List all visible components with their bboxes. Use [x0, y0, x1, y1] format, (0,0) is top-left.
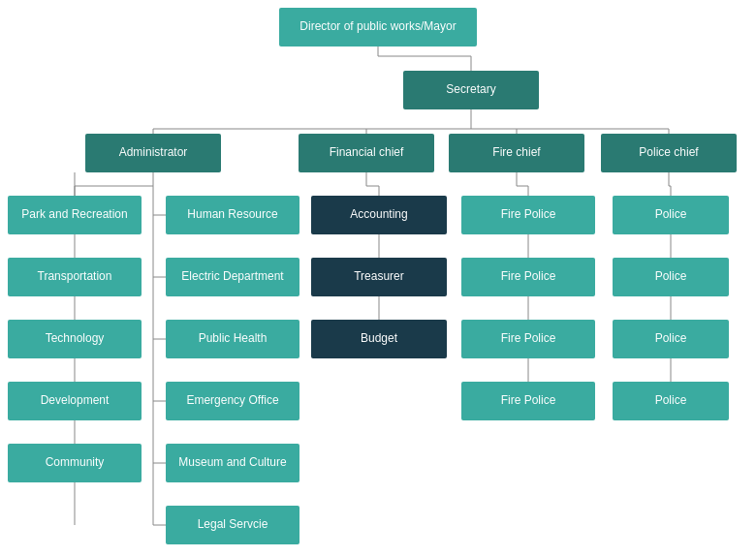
- police3-node: Police: [613, 320, 729, 358]
- electric-dept-node: Electric Department: [166, 258, 299, 296]
- development-node: Development: [8, 382, 142, 420]
- fire-police4-node: Fire Police: [461, 382, 595, 420]
- legal-node: Legal Servcie: [166, 506, 299, 544]
- administrator-node: Administrator: [85, 134, 221, 172]
- fire-police1-node: Fire Police: [461, 196, 595, 234]
- budget-node: Budget: [311, 320, 447, 358]
- technology-node: Technology: [8, 320, 142, 358]
- police4-node: Police: [613, 382, 729, 420]
- park-rec-node: Park and Recreation: [8, 196, 142, 234]
- human-res-node: Human Resource: [166, 196, 299, 234]
- police-chief-node: Police chief: [601, 134, 737, 172]
- org-chart: Director of public works/Mayor Secretary…: [0, 0, 756, 557]
- public-health-node: Public Health: [166, 320, 299, 358]
- community-node: Community: [8, 444, 142, 482]
- museum-node: Museum and Culture: [166, 444, 299, 482]
- transportation-node: Transportation: [8, 258, 142, 296]
- fire-chief-node: Fire chief: [449, 134, 584, 172]
- emergency-node: Emergency Office: [166, 382, 299, 420]
- police1-node: Police: [613, 196, 729, 234]
- fire-police2-node: Fire Police: [461, 258, 595, 296]
- treasurer-node: Treasurer: [311, 258, 447, 296]
- fire-police3-node: Fire Police: [461, 320, 595, 358]
- secretary-node: Secretary: [403, 71, 539, 109]
- police2-node: Police: [613, 258, 729, 296]
- financial-chief-node: Financial chief: [299, 134, 434, 172]
- director-node: Director of public works/Mayor: [279, 8, 477, 46]
- accounting-node: Accounting: [311, 196, 447, 234]
